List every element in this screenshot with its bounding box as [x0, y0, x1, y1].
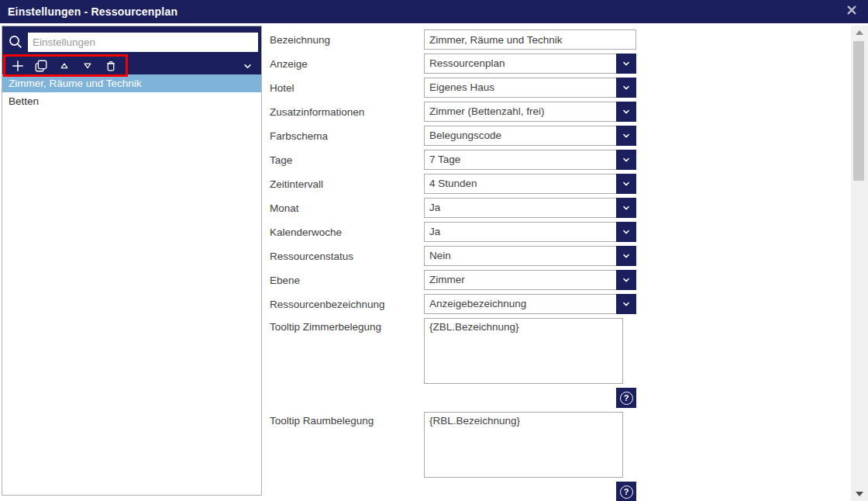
zeitintervall-select-button[interactable] [616, 174, 636, 194]
field-label-hotel: Hotel [270, 82, 424, 94]
form-row-ressourcenstatus: RessourcenstatusNein [270, 246, 636, 266]
form-row-zusatzinformationen: ZusatzinformationenZimmer (Bettenzahl, f… [270, 102, 636, 122]
field-label-farbschema: Farbschema [270, 130, 424, 142]
ebene-select-value: Zimmer [425, 271, 636, 289]
help-row-tooltip-zimmerbelegung: ? [270, 388, 636, 408]
chevron-down-icon [621, 58, 632, 69]
chevron-down-icon [621, 130, 632, 141]
zeitintervall-select[interactable]: 4 Stunden [424, 174, 636, 194]
question-mark-icon: ? [620, 392, 633, 405]
form-row-anzeige: AnzeigeRessourcenplan [270, 54, 636, 74]
triangle-up-icon [856, 30, 863, 35]
monat-select-button[interactable] [616, 198, 636, 218]
move-down-button[interactable] [80, 58, 95, 74]
field-label-anzeige: Anzeige [270, 58, 424, 70]
form-row-zeitintervall: Zeitintervall4 Stunden [270, 174, 636, 194]
chevron-down-icon [621, 250, 632, 261]
collapse-button[interactable] [242, 60, 253, 72]
farbschema-select-button[interactable] [616, 126, 636, 146]
ebene-select-button[interactable] [616, 270, 636, 290]
form-row-ressourcenbezeichnung: RessourcenbezeichnungAnzeigebezeichnung [270, 294, 636, 314]
delete-button[interactable] [103, 58, 119, 74]
chevron-down-icon [242, 60, 253, 72]
settings-form: BezeichnungAnzeigeRessourcenplanHotelEig… [270, 29, 636, 501]
triangle-down-icon [81, 59, 95, 73]
farbschema-select-value: Belegungscode [425, 126, 636, 145]
settings-sidebar: Zimmer, Räume und TechnikBetten [2, 26, 262, 496]
sidebar-header [2, 26, 261, 74]
ressourcenstatus-select-value: Nein [425, 247, 636, 265]
dialog-title: Einstellungen - Ressourcenplan [8, 5, 177, 18]
zeitintervall-select-value: 4 Stunden [425, 174, 636, 193]
monat-select-value: Ja [425, 199, 636, 217]
field-label-zeitintervall: Zeitintervall [270, 178, 424, 190]
chevron-down-icon [621, 202, 632, 213]
kalenderwoche-select-button[interactable] [616, 222, 636, 242]
ressourcenbezeichnung-select-value: Anzeigebezeichnung [425, 295, 636, 313]
chevron-down-icon [621, 275, 632, 285]
scrollbar-thumb[interactable] [853, 41, 864, 181]
form-row-bezeichnung: Bezeichnung [270, 29, 636, 50]
chevron-down-icon [621, 299, 632, 309]
toolbar-button-group [10, 58, 126, 74]
field-label-tage: Tage [270, 154, 424, 166]
plus-icon [11, 59, 25, 73]
ebene-select[interactable]: Zimmer [424, 270, 636, 290]
field-label-monat: Monat [270, 202, 424, 214]
chevron-down-icon [621, 226, 632, 237]
field-label-tooltip-zimmerbelegung: Tooltip Zimmerbelegung [270, 318, 424, 333]
field-label-ressourcenbezeichnung: Ressourcenbezeichnung [270, 299, 424, 310]
hotel-select-button[interactable] [616, 78, 636, 98]
ressourcenstatus-select-button[interactable] [616, 246, 636, 266]
field-label-zusatzinformationen: Zusatzinformationen [270, 106, 424, 118]
hotel-select[interactable]: Eigenes Haus [424, 78, 636, 98]
zusatzinformationen-select[interactable]: Zimmer (Bettenzahl, frei) [424, 102, 636, 122]
tage-select-value: 7 Tage [425, 150, 636, 169]
anzeige-select[interactable]: Ressourcenplan [424, 54, 636, 74]
close-icon [846, 5, 857, 19]
triangle-up-icon [57, 59, 71, 73]
dialog-titlebar: Einstellungen - Ressourcenplan [0, 0, 868, 23]
ressourcenstatus-select[interactable]: Nein [424, 246, 636, 266]
zusatzinformationen-select-button[interactable] [616, 102, 636, 122]
move-up-button[interactable] [57, 58, 72, 74]
trash-icon [104, 59, 118, 73]
form-row-hotel: HotelEigenes Haus [270, 78, 636, 98]
sidebar-toolbar [2, 54, 261, 78]
chevron-down-icon [621, 154, 632, 165]
field-label-kalenderwoche: Kalenderwoche [270, 226, 424, 238]
add-button[interactable] [10, 58, 26, 74]
search-row [2, 26, 261, 54]
chevron-down-icon [621, 82, 632, 93]
tooltip-raumbelegung-textarea[interactable] [424, 412, 623, 478]
kalenderwoche-select[interactable]: Ja [424, 222, 636, 242]
close-button[interactable] [846, 5, 858, 18]
help-row-tooltip-raumbelegung: ? [270, 482, 636, 501]
sidebar-item-1[interactable]: Betten [2, 92, 261, 110]
tage-select-button[interactable] [616, 150, 636, 170]
chevron-down-icon [621, 178, 632, 189]
scroll-up-button[interactable] [851, 26, 868, 40]
form-row-monat: MonatJa [270, 198, 636, 218]
bezeichnung-input[interactable] [424, 29, 636, 50]
anzeige-select-button[interactable] [616, 54, 636, 74]
tage-select[interactable]: 7 Tage [424, 150, 636, 170]
monat-select[interactable]: Ja [424, 198, 636, 218]
help-button-tooltip-raumbelegung[interactable]: ? [616, 482, 636, 501]
search-input[interactable] [28, 33, 258, 52]
ressourcenbezeichnung-select[interactable]: Anzeigebezeichnung [424, 294, 636, 314]
form-row-ebene: EbeneZimmer [270, 270, 636, 290]
hotel-select-value: Eigenes Haus [425, 78, 636, 97]
help-button-tooltip-zimmerbelegung[interactable]: ? [616, 388, 636, 408]
settings-list: Zimmer, Räume und TechnikBetten [2, 74, 261, 110]
duplicate-button[interactable] [33, 58, 49, 74]
form-row-tooltip-zimmerbelegung: Tooltip Zimmerbelegung [270, 318, 636, 384]
tooltip-zimmerbelegung-textarea[interactable] [424, 318, 623, 384]
search-icon [6, 33, 25, 51]
form-row-tage: Tage7 Tage [270, 150, 636, 170]
kalenderwoche-select-value: Ja [425, 223, 636, 241]
scroll-down-button[interactable] [851, 487, 868, 501]
vertical-scrollbar[interactable] [851, 26, 868, 501]
farbschema-select[interactable]: Belegungscode [424, 126, 636, 146]
ressourcenbezeichnung-select-button[interactable] [616, 294, 636, 314]
